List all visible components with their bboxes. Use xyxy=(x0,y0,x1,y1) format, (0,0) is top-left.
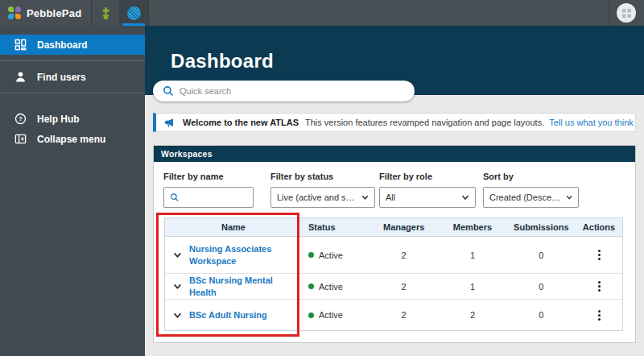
sidebar-separator xyxy=(0,60,145,61)
table-row: Nursing Associates Workspace Active 2 1 … xyxy=(165,237,622,274)
quick-search-box[interactable] xyxy=(153,81,415,101)
managers-count: 2 xyxy=(369,250,438,260)
workspaces-panel-title: Workspaces xyxy=(161,149,213,159)
person-icon xyxy=(14,71,27,84)
banner-title: Welcome to the new ATLAS xyxy=(183,118,299,127)
brand-name: PebblePad xyxy=(27,7,81,19)
filter-by-name: Filter by name xyxy=(163,172,254,208)
row-actions-kebab-icon[interactable] xyxy=(596,308,603,323)
filter-by-status: Filter by status Live (active and setup) xyxy=(270,172,375,208)
top-bar: PebblePad xyxy=(0,0,644,26)
expand-chevron-icon[interactable] xyxy=(165,282,189,291)
help-question-icon: ? xyxy=(14,113,27,126)
sidebar-item-help-hub[interactable]: ? Help Hub xyxy=(0,109,145,129)
filter-label: Filter by status xyxy=(270,172,375,181)
table-header-row: Name Status Managers Members Submissions… xyxy=(165,218,622,237)
sidebar-item-find-users[interactable]: Find users xyxy=(0,67,145,87)
topbar-divider xyxy=(148,0,149,26)
name-filter-field[interactable] xyxy=(163,187,254,208)
members-count: 1 xyxy=(438,250,506,260)
pebblepad-logo-icon xyxy=(8,6,21,19)
status-label: Active xyxy=(319,310,343,320)
user-avatar[interactable] xyxy=(617,3,636,23)
filter-label: Filter by name xyxy=(163,172,254,181)
search-icon xyxy=(170,192,179,203)
page-title: Dashboard xyxy=(145,26,644,72)
column-header-status: Status xyxy=(302,222,369,232)
sidebar: Dashboard Find users ? xyxy=(0,26,145,356)
status-cell: Active xyxy=(302,282,369,292)
search-icon xyxy=(163,85,174,97)
banner-feedback-link[interactable]: Tell us what you think xyxy=(549,118,634,127)
workspace-name-link[interactable]: BSc Nursing Mental Health xyxy=(189,275,302,299)
pebblepad-brand[interactable]: PebblePad xyxy=(0,0,91,26)
column-header-actions: Actions xyxy=(576,222,622,232)
dashboard-grid-icon xyxy=(14,39,27,52)
column-header-members: Members xyxy=(438,222,506,232)
avatar-grid-icon xyxy=(622,9,631,18)
expand-chevron-icon[interactable] xyxy=(165,311,189,320)
column-header-name: Name xyxy=(165,222,302,232)
quick-search-input[interactable] xyxy=(180,86,405,96)
select-value: All xyxy=(386,192,395,202)
sidebar-item-collapse-menu[interactable]: Collapse menu xyxy=(0,129,145,149)
managers-count: 2 xyxy=(369,282,438,292)
sort-by: Sort by Created (Descending) xyxy=(483,172,579,208)
workspace-name-link[interactable]: BSc Adult Nursing xyxy=(189,309,302,321)
role-filter-select[interactable]: All xyxy=(379,187,476,208)
chevron-down-icon xyxy=(361,193,369,201)
column-header-submissions: Submissions xyxy=(507,222,576,232)
status-filter-select[interactable]: Live (active and setup) xyxy=(270,187,375,208)
sidebar-item-label: Help Hub xyxy=(37,114,80,125)
sidebar-item-dashboard[interactable]: Dashboard xyxy=(0,35,145,55)
chevron-down-icon xyxy=(461,193,469,201)
status-cell: Active xyxy=(302,250,369,260)
status-cell: Active xyxy=(302,310,369,320)
table-row: BSc Adult Nursing Active 2 2 0 xyxy=(165,300,622,330)
expand-chevron-icon[interactable] xyxy=(165,250,189,259)
status-label: Active xyxy=(319,282,343,292)
filter-label: Filter by role xyxy=(379,172,476,181)
filter-by-role: Filter by role All xyxy=(379,172,476,208)
submissions-count: 0 xyxy=(507,250,576,260)
filter-label: Sort by xyxy=(483,172,579,181)
active-tab-underline xyxy=(122,23,145,26)
filters-row: Filter by name Filter by status Li xyxy=(154,162,635,217)
workspace-name-link[interactable]: Nursing Associates Workspace xyxy=(189,243,302,267)
column-header-managers: Managers xyxy=(369,222,438,232)
name-filter-input[interactable] xyxy=(184,192,247,202)
members-count: 1 xyxy=(438,282,506,292)
banner-message: This version features revamped navigatio… xyxy=(305,118,544,127)
active-status-dot xyxy=(308,313,314,318)
chevron-down-icon xyxy=(566,193,572,201)
welcome-banner: Welcome to the new ATLAS This version fe… xyxy=(153,113,636,132)
svg-text:?: ? xyxy=(19,115,23,122)
submissions-count: 0 xyxy=(507,282,576,292)
main-area: Dashboard Welcome to the new ATLAS xyxy=(145,26,644,356)
sort-by-select[interactable]: Created (Descending) xyxy=(483,187,579,208)
select-value: Live (active and setup) xyxy=(277,192,358,202)
page-header: Dashboard xyxy=(145,26,644,95)
row-actions-kebab-icon[interactable] xyxy=(596,279,603,294)
workspaces-table: Name Status Managers Members Submissions… xyxy=(164,217,623,331)
sidebar-separator xyxy=(0,93,145,93)
atlas-app-window: PebblePad xyxy=(0,0,644,356)
active-status-dot xyxy=(308,252,314,258)
sidebar-item-label: Dashboard xyxy=(37,39,88,51)
status-label: Active xyxy=(319,250,343,260)
sidebar-item-label: Collapse menu xyxy=(37,134,105,145)
megaphone-icon xyxy=(164,118,175,128)
submissions-count: 0 xyxy=(507,310,576,320)
table-row: BSc Nursing Mental Health Active 2 1 0 xyxy=(165,274,622,300)
members-count: 2 xyxy=(438,310,506,320)
person-plus-icon xyxy=(99,6,113,20)
select-value: Created (Descending) xyxy=(489,192,563,202)
row-actions-kebab-icon[interactable] xyxy=(596,247,603,263)
pebble-plus-app-button[interactable] xyxy=(92,0,119,26)
atlas-app-tab[interactable] xyxy=(119,0,148,26)
content-area: Welcome to the new ATLAS This version fe… xyxy=(145,113,644,343)
workspaces-panel: Workspaces Filter by name xyxy=(153,145,636,343)
atlas-globe-icon xyxy=(127,6,141,20)
sidebar-item-label: Find users xyxy=(37,72,86,83)
sidebar-nav: Dashboard Find users ? xyxy=(0,26,145,149)
